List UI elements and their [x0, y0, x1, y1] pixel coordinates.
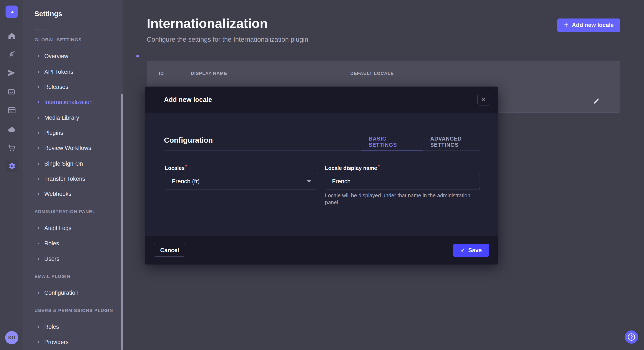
check-icon: ✓ [461, 247, 465, 254]
display-name-box [325, 173, 480, 189]
close-icon: ✕ [481, 96, 486, 103]
modal-footer: Cancel ✓ Save [145, 236, 498, 265]
chevron-down-icon [307, 180, 311, 183]
locales-select[interactable]: French (fr) [165, 173, 318, 189]
cancel-button[interactable]: Cancel [154, 244, 185, 257]
close-button[interactable]: ✕ [478, 94, 489, 105]
tab-advanced-settings[interactable]: ADVANCED SETTINGS [423, 133, 498, 151]
settings-tabs: BASIC SETTINGS ADVANCED SETTINGS [362, 133, 498, 151]
display-name-hint: Locale will be displayed under that name… [325, 192, 476, 206]
display-name-field-group: Locale display name* Locale will be disp… [325, 164, 480, 206]
configuration-title: Configuration [164, 136, 213, 144]
required-asterisk: * [185, 164, 187, 169]
display-name-label: Locale display name* [325, 164, 480, 171]
tab-basic-settings[interactable]: BASIC SETTINGS [362, 133, 423, 151]
locales-field-group: Locales* French (fr) [165, 164, 318, 189]
display-name-input[interactable] [332, 173, 473, 189]
locales-label: Locales* [165, 164, 318, 171]
modal-header: Add new locale ✕ [145, 87, 498, 113]
save-button[interactable]: ✓ Save [453, 244, 490, 257]
modal-title: Add new locale [164, 96, 212, 104]
tabs-divider [164, 150, 480, 151]
modal-body: Configuration BASIC SETTINGS ADVANCED SE… [145, 113, 498, 236]
required-asterisk: * [378, 164, 380, 169]
add-locale-modal: Add new locale ✕ Configuration BASIC SET… [145, 87, 498, 265]
